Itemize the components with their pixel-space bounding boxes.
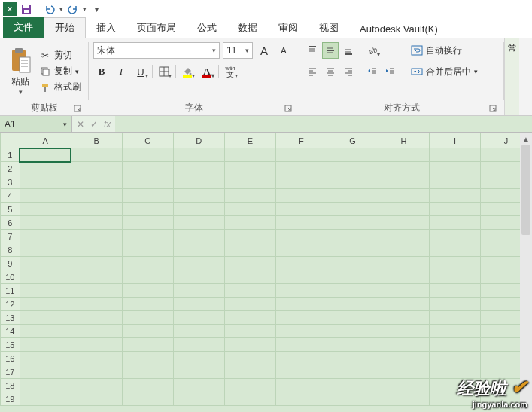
cell-G8[interactable]	[327, 243, 378, 257]
cell-H19[interactable]	[378, 392, 429, 406]
cell-E15[interactable]	[224, 338, 275, 352]
cell-A7[interactable]	[20, 230, 71, 243]
cell-D2[interactable]	[173, 162, 224, 175]
cell-H17[interactable]	[378, 365, 429, 379]
cell-G12[interactable]	[327, 298, 378, 311]
cell-E19[interactable]	[224, 392, 275, 406]
cell-I16[interactable]	[430, 352, 481, 365]
undo-button[interactable]	[41, 1, 58, 17]
cell-F16[interactable]	[275, 352, 327, 365]
cell-H3[interactable]	[378, 175, 429, 189]
cell-C13[interactable]	[122, 311, 173, 325]
undo-dropdown[interactable]: ▾	[59, 5, 63, 13]
cell-B16[interactable]	[71, 352, 122, 365]
font-color-button[interactable]: A ▾	[199, 63, 215, 80]
cell-E3[interactable]	[224, 175, 275, 189]
column-header-I[interactable]: I	[430, 133, 481, 148]
cell-B3[interactable]	[71, 175, 122, 189]
row-header-4[interactable]: 4	[1, 189, 20, 203]
cell-C17[interactable]	[122, 365, 173, 379]
font-name-combo[interactable]: 宋体 ▾	[93, 42, 220, 59]
name-box[interactable]: A1 ▾	[0, 116, 72, 132]
cell-A12[interactable]	[20, 298, 71, 311]
cell-D19[interactable]	[173, 392, 224, 406]
cell-D6[interactable]	[173, 216, 224, 230]
scroll-thumb[interactable]	[521, 145, 530, 235]
paste-dropdown[interactable]: ▾	[19, 88, 23, 96]
cell-F11[interactable]	[275, 284, 327, 298]
tab-data[interactable]: 数据	[227, 18, 268, 38]
tab-file[interactable]: 文件	[3, 17, 44, 38]
cell-F9[interactable]	[275, 257, 327, 270]
cell-C9[interactable]	[122, 257, 173, 270]
cell-F4[interactable]	[275, 189, 327, 203]
cell-E1[interactable]	[224, 148, 275, 162]
cell-G9[interactable]	[327, 257, 378, 270]
row-header-1[interactable]: 1	[1, 148, 20, 162]
cell-A14[interactable]	[20, 325, 71, 338]
cell-A16[interactable]	[20, 352, 71, 365]
fx-button[interactable]: fx	[104, 119, 111, 130]
cell-B11[interactable]	[71, 284, 122, 298]
cell-D3[interactable]	[173, 175, 224, 189]
cell-C16[interactable]	[122, 352, 173, 365]
cell-C12[interactable]	[122, 298, 173, 311]
cell-F19[interactable]	[275, 392, 327, 406]
cell-D14[interactable]	[173, 325, 224, 338]
cell-D8[interactable]	[173, 243, 224, 257]
cell-H5[interactable]	[378, 203, 429, 216]
cell-F12[interactable]	[275, 298, 327, 311]
scroll-up-button[interactable]: ▲	[520, 133, 532, 145]
cell-I8[interactable]	[430, 243, 481, 257]
merge-center-button[interactable]: 合并后居中 ▾	[406, 63, 482, 80]
cell-B4[interactable]	[71, 189, 122, 203]
increase-indent-button[interactable]	[382, 63, 399, 80]
cell-H7[interactable]	[378, 230, 429, 243]
cell-I14[interactable]	[430, 325, 481, 338]
cell-H2[interactable]	[378, 162, 429, 175]
cell-I17[interactable]	[430, 365, 481, 379]
row-header-12[interactable]: 12	[1, 298, 20, 311]
cell-D16[interactable]	[173, 352, 224, 365]
cell-G14[interactable]	[327, 325, 378, 338]
cell-C6[interactable]	[122, 216, 173, 230]
cell-A10[interactable]	[20, 270, 71, 284]
column-header-D[interactable]: D	[173, 133, 224, 148]
phonetic-button[interactable]: wén 文▾	[222, 63, 239, 80]
scroll-down-button[interactable]: ▼	[520, 400, 532, 412]
column-header-F[interactable]: F	[275, 133, 327, 148]
cell-F14[interactable]	[275, 325, 327, 338]
cell-D4[interactable]	[173, 189, 224, 203]
cell-A19[interactable]	[20, 392, 71, 406]
cell-F15[interactable]	[275, 338, 327, 352]
cell-B12[interactable]	[71, 298, 122, 311]
enter-formula-button[interactable]: ✓	[90, 119, 98, 130]
cell-C15[interactable]	[122, 338, 173, 352]
cancel-formula-button[interactable]: ✕	[77, 119, 84, 130]
cell-A1[interactable]	[20, 148, 71, 162]
row-header-10[interactable]: 10	[1, 270, 20, 284]
cell-C3[interactable]	[122, 175, 173, 189]
cell-D7[interactable]	[173, 230, 224, 243]
formula-input[interactable]	[115, 116, 532, 132]
cell-E5[interactable]	[224, 203, 275, 216]
column-header-B[interactable]: B	[71, 133, 122, 148]
cell-B2[interactable]	[71, 162, 122, 175]
cell-D17[interactable]	[173, 365, 224, 379]
cell-C19[interactable]	[122, 392, 173, 406]
cell-G4[interactable]	[327, 189, 378, 203]
cell-G18[interactable]	[327, 379, 378, 392]
cell-F13[interactable]	[275, 311, 327, 325]
cell-B14[interactable]	[71, 325, 122, 338]
cell-B7[interactable]	[71, 230, 122, 243]
cell-F5[interactable]	[275, 203, 327, 216]
cell-B18[interactable]	[71, 379, 122, 392]
cell-H11[interactable]	[378, 284, 429, 298]
cell-D1[interactable]	[173, 148, 224, 162]
cell-I1[interactable]	[430, 148, 481, 162]
cell-E8[interactable]	[224, 243, 275, 257]
cell-F3[interactable]	[275, 175, 327, 189]
cell-I12[interactable]	[430, 298, 481, 311]
cell-G19[interactable]	[327, 392, 378, 406]
qat-customize-button[interactable]: ▾	[88, 1, 105, 17]
